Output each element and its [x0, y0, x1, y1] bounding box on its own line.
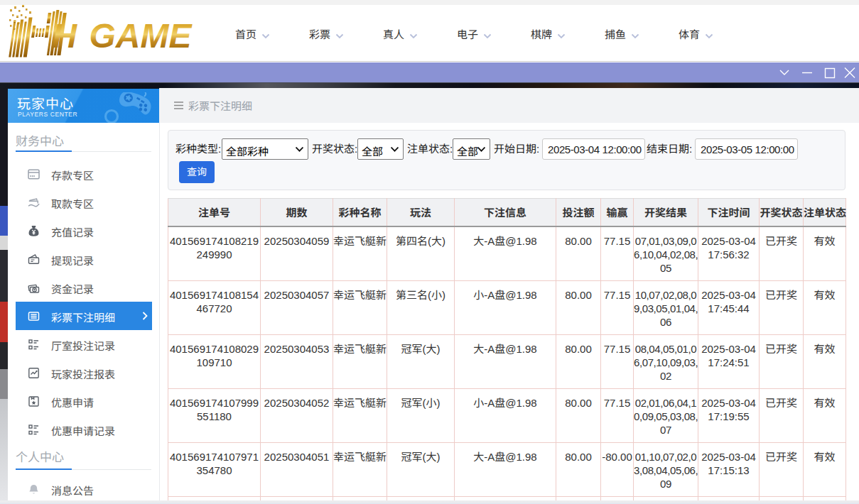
svg-text:H GAME: H GAME	[53, 17, 193, 55]
